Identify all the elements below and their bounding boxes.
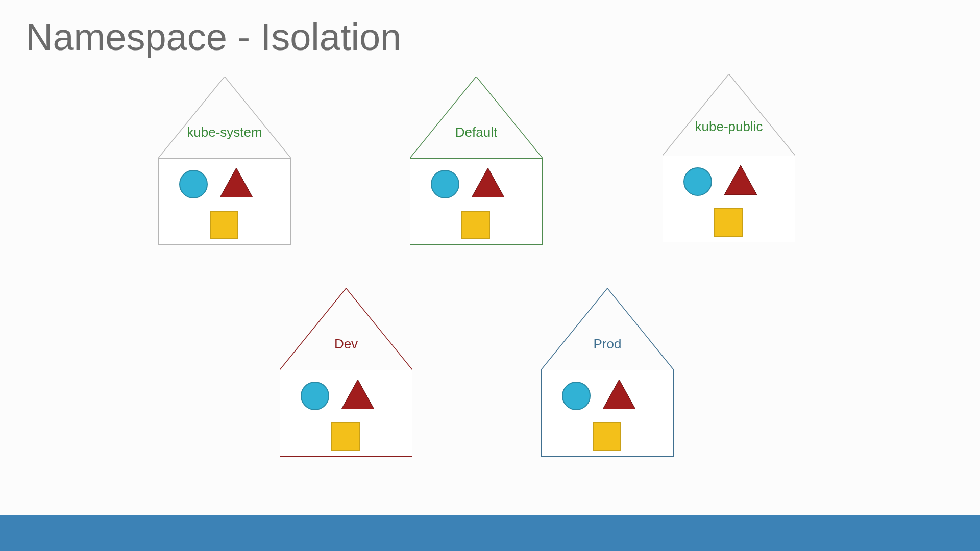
page-title: Namespace - Isolation [26, 15, 401, 59]
house-kube-public: kube-public [663, 74, 795, 242]
triangle-icon [472, 168, 504, 197]
house-body [663, 156, 795, 242]
roof-icon [158, 77, 291, 158]
circle-icon [562, 382, 591, 410]
roof-icon [410, 77, 543, 158]
circle-icon [683, 167, 712, 196]
svg-marker-1 [472, 168, 504, 197]
house-body [541, 370, 674, 457]
square-icon [210, 211, 238, 239]
house-label: kube-system [158, 124, 291, 140]
house-body [410, 158, 543, 245]
house-prod: Prod [541, 288, 674, 457]
square-icon [461, 211, 490, 239]
square-icon [331, 422, 360, 451]
square-icon [714, 208, 743, 237]
circle-icon [431, 170, 459, 198]
house-dev: Dev [280, 288, 412, 457]
house-kube-system: kube-system [158, 77, 291, 245]
triangle-icon [341, 380, 374, 409]
triangle-icon [220, 168, 253, 197]
svg-marker-3 [341, 380, 374, 409]
house-body [158, 158, 291, 245]
triangle-icon [603, 380, 635, 409]
roof-icon [663, 74, 795, 156]
house-body [280, 370, 412, 457]
house-label: Dev [280, 336, 412, 352]
house-label: Default [410, 124, 543, 140]
slide: Namespace - Isolation kube-system Defaul… [0, 0, 980, 551]
circle-icon [179, 170, 208, 198]
house-label: kube-public [663, 119, 795, 135]
square-icon [593, 422, 621, 451]
svg-marker-0 [220, 168, 253, 197]
house-label: Prod [541, 336, 674, 352]
svg-marker-2 [724, 165, 757, 195]
circle-icon [301, 382, 329, 410]
house-default: Default [410, 77, 543, 245]
roof-icon [541, 288, 674, 370]
roof-icon [280, 288, 412, 370]
svg-marker-4 [603, 380, 635, 409]
triangle-icon [724, 165, 757, 195]
footer-bar [0, 515, 980, 551]
